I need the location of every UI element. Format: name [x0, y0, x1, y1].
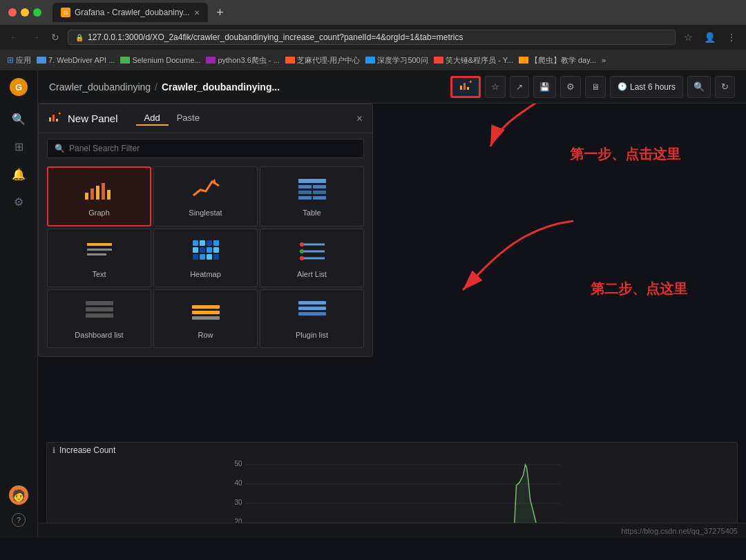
search-input[interactable] [69, 144, 356, 153]
panel-item-alert-list[interactable]: Alert List [260, 229, 364, 287]
svg-rect-10 [85, 193, 88, 200]
grafana-logo-svg: G [9, 77, 28, 97]
svg-rect-25 [87, 253, 106, 255]
tab-add[interactable]: Add [136, 111, 169, 126]
svg-rect-14 [107, 190, 111, 200]
svg-text:30: 30 [234, 499, 242, 506]
title-bar: G Grafana - Crawler_doubaniny... ✕ + [0, 0, 746, 25]
bookmark-webdriver[interactable]: 7. WebDriver API ... [37, 56, 115, 64]
dashboard-area: + New Panel Add Paste × 🔍 [38, 104, 746, 523]
bookmark-zhima[interactable]: 芝麻代理-用户中心 [285, 55, 361, 66]
lock-icon: 🔒 [75, 34, 84, 41]
settings-button[interactable]: ⚙ [560, 76, 581, 98]
tab-close-icon[interactable]: ✕ [194, 9, 200, 17]
maximize-button[interactable] [33, 8, 41, 17]
forward-button[interactable]: → [28, 30, 43, 44]
svg-rect-35 [200, 254, 205, 260]
tab-paste[interactable]: Paste [169, 111, 208, 126]
panel-item-table[interactable]: Table [260, 166, 364, 226]
new-panel-modal: + New Panel Add Paste × 🔍 [38, 104, 373, 357]
refresh-icon: ↻ [721, 81, 729, 92]
breadcrumb-root[interactable]: Crawler_doubandinying [49, 81, 151, 93]
breadcrumb-current: Crawler_doubandinying... [162, 81, 280, 93]
menu-icon[interactable]: ⋮ [724, 30, 739, 44]
bookmark-more[interactable]: » [602, 56, 606, 64]
refresh-button[interactable]: ↻ [715, 76, 735, 98]
panel-item-singlestat[interactable]: Singlestat [153, 166, 258, 226]
time-range-picker[interactable]: 🕐 Last 6 hours [610, 76, 683, 98]
share-icon: ↗ [516, 82, 523, 92]
panel-grid: Graph Singlestat [39, 164, 372, 356]
panel-item-dashboard-list[interactable]: Dashboard list [47, 289, 151, 348]
breadcrumb: Crawler_doubandinying / Crawler_doubandi… [49, 81, 445, 93]
step2-arrow [449, 207, 587, 304]
svg-rect-36 [207, 254, 212, 260]
graph-icon [84, 176, 115, 204]
screen-icon: 🖥 [591, 82, 600, 92]
add-panel-button[interactable]: + [450, 76, 481, 98]
search-box[interactable]: 🔍 [47, 139, 364, 158]
traffic-lights [8, 8, 41, 17]
panel-item-heatmap[interactable]: Heatmap [153, 229, 258, 287]
modal-title: New Panel [68, 113, 118, 124]
svg-rect-48 [192, 311, 220, 314]
reload-button[interactable]: ↻ [48, 30, 62, 44]
svg-rect-30 [193, 247, 198, 253]
save-button[interactable]: 💾 [533, 76, 556, 98]
profile-icon[interactable]: 👤 [701, 30, 718, 44]
panel-item-text[interactable]: Text [47, 229, 151, 287]
minimize-button[interactable] [21, 8, 29, 17]
share-button[interactable]: ↗ [510, 76, 529, 98]
svg-rect-18 [313, 185, 326, 189]
modal-tabs: Add Paste [136, 111, 208, 126]
tab-favicon: G [61, 8, 70, 17]
url-box[interactable]: 🔒 127.0.0.1:3000/d/XO_2a4fik/crawler_dou… [68, 30, 676, 45]
bookmark-selenium[interactable]: Selenium Docume... [120, 56, 200, 64]
new-tab-button[interactable]: + [212, 4, 229, 21]
sidebar-item-help[interactable]: ? [5, 508, 32, 532]
svg-rect-8 [56, 119, 58, 122]
sidebar-item-config[interactable]: ⚙ [5, 189, 32, 214]
panel-item-row[interactable]: Row [153, 289, 258, 348]
row-icon [190, 298, 222, 327]
bookmark-python[interactable]: python3.6爬虫 - ... [206, 55, 279, 66]
bookmark-icon[interactable]: ☆ [681, 30, 696, 44]
chart-info-icon[interactable]: ℹ [52, 446, 55, 455]
text-icon [84, 238, 115, 266]
modal-close-button[interactable]: × [356, 113, 363, 125]
svg-rect-33 [213, 247, 219, 253]
active-tab[interactable]: G Grafana - Crawler_doubaniny... ✕ [52, 3, 208, 22]
dashboard-list-label: Dashboard list [75, 331, 123, 339]
status-url: https://blog.csdn.net/qq_37275405 [621, 527, 738, 535]
avatar[interactable]: 🧑 [9, 485, 28, 505]
svg-rect-2 [460, 86, 462, 90]
grafana-header: Crawler_doubandinying / Crawler_doubandi… [38, 70, 746, 104]
header-actions: + ☆ ↗ 💾 ⚙ 🖥 [450, 76, 735, 98]
search-button[interactable]: 🔍 [687, 76, 711, 98]
bookmark-deeplearn[interactable]: 深度学习500问 [365, 55, 428, 66]
responsive-button[interactable]: 🖥 [585, 76, 606, 98]
star-button[interactable]: ☆ [485, 76, 506, 98]
back-button[interactable]: ← [7, 30, 22, 44]
alert-list-icon [296, 238, 328, 266]
sidebar-item-alerts[interactable]: 🔔 [5, 162, 32, 186]
close-button[interactable] [8, 8, 17, 17]
svg-rect-6 [49, 117, 51, 122]
svg-rect-22 [313, 196, 326, 200]
grafana-logo[interactable]: G [8, 76, 30, 98]
sidebar-item-dashboards[interactable]: ⊞ [5, 134, 32, 159]
bookmark-paichong[interactable]: 【爬虫】教学 day... [519, 55, 596, 66]
svg-rect-24 [87, 249, 112, 251]
singlestat-icon [190, 176, 222, 204]
search-icon: 🔍 [55, 144, 65, 153]
svg-rect-52 [298, 312, 326, 316]
panel-item-graph[interactable]: Graph [47, 166, 151, 226]
bookmark-apps[interactable]: ⊞ 应用 [7, 55, 31, 66]
sidebar-item-search[interactable]: 🔍 [5, 106, 32, 131]
svg-rect-21 [298, 196, 312, 200]
svg-rect-27 [200, 240, 205, 246]
tab-title: Grafana - Crawler_doubaniny... [75, 8, 190, 17]
panel-item-plugin-list[interactable]: Plugin list [260, 289, 364, 348]
bookmark-youtube[interactable]: 笑大锤&程序员 - Y... [434, 55, 513, 66]
svg-rect-34 [193, 254, 198, 260]
